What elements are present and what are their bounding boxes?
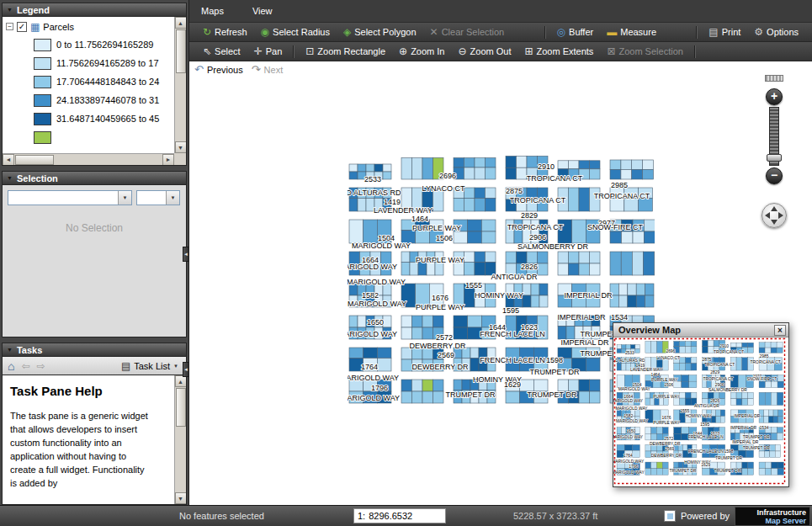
scrollbar-thumb[interactable] xyxy=(176,388,186,427)
parcel[interactable] xyxy=(643,170,654,180)
parcel[interactable] xyxy=(481,231,496,243)
parcel[interactable] xyxy=(401,359,412,371)
parcel[interactable] xyxy=(422,391,433,403)
parcel[interactable] xyxy=(433,391,444,403)
parcel[interactable] xyxy=(475,252,486,263)
parcel[interactable] xyxy=(579,188,590,211)
zoom-extents-button[interactable]: ⊞Zoom Extents xyxy=(517,45,600,58)
parcel[interactable] xyxy=(377,359,391,371)
parcel[interactable] xyxy=(454,199,464,211)
parcel[interactable] xyxy=(644,220,655,231)
arrow-up-icon[interactable]: ▲ xyxy=(175,375,187,387)
parcel[interactable] xyxy=(412,380,423,391)
parcel[interactable] xyxy=(539,295,548,307)
parcel[interactable] xyxy=(464,199,475,211)
taskpane-collapse-handle[interactable]: ◄ xyxy=(183,362,189,377)
parcel[interactable] xyxy=(454,231,468,243)
parcel[interactable] xyxy=(422,380,433,391)
arrow-down-icon[interactable]: ▼ xyxy=(175,141,187,153)
parcel[interactable] xyxy=(643,160,654,170)
selection-page-select[interactable]: ▼ xyxy=(136,190,180,205)
parcel[interactable] xyxy=(364,220,378,243)
parcel[interactable] xyxy=(358,199,366,211)
parcel[interactable] xyxy=(433,316,444,327)
parcel[interactable] xyxy=(558,161,569,169)
parcel[interactable] xyxy=(622,231,634,243)
parcel[interactable] xyxy=(579,263,590,275)
zoom-out-button[interactable]: ⊖Zoom Out xyxy=(451,45,517,58)
parcel[interactable] xyxy=(475,199,486,211)
home-icon[interactable]: ⌂ xyxy=(8,360,14,372)
buffer-button[interactable]: ◎Buffer xyxy=(550,25,601,39)
forward-icon[interactable]: ⇨ xyxy=(37,361,45,371)
parcel[interactable] xyxy=(569,252,580,263)
scale-input[interactable] xyxy=(369,511,436,521)
parcel[interactable] xyxy=(633,231,645,243)
parcel[interactable] xyxy=(470,348,479,359)
parcel[interactable] xyxy=(506,167,517,179)
overview-map-titlebar[interactable]: Overview Map × xyxy=(613,323,788,337)
pan-button[interactable]: ✛Pan xyxy=(247,45,289,58)
parcel[interactable] xyxy=(475,188,486,199)
parcel[interactable] xyxy=(645,284,654,295)
options-button[interactable]: ⚙Options xyxy=(747,25,805,39)
parcel[interactable] xyxy=(349,164,358,172)
parcel[interactable] xyxy=(464,252,475,263)
parcel[interactable] xyxy=(632,170,643,180)
parcel[interactable] xyxy=(517,156,528,167)
parcel[interactable] xyxy=(349,316,358,327)
parcel[interactable] xyxy=(569,380,580,391)
parcel[interactable] xyxy=(558,380,569,391)
parcel[interactable] xyxy=(506,252,517,263)
previous-view-button[interactable]: ↶Previous xyxy=(194,64,243,75)
parcel[interactable] xyxy=(628,284,636,295)
parcel[interactable] xyxy=(523,295,531,307)
parcel[interactable] xyxy=(628,295,636,307)
parcel[interactable] xyxy=(590,169,601,179)
menu-view[interactable]: View xyxy=(247,2,278,20)
parcel[interactable] xyxy=(506,156,517,167)
parcel[interactable] xyxy=(486,158,496,168)
pan-compass-control[interactable] xyxy=(762,203,787,228)
next-view-button[interactable]: ↷Next xyxy=(252,64,284,75)
arrow-down-icon[interactable]: ▼ xyxy=(175,492,187,504)
parcel[interactable] xyxy=(531,284,539,295)
map-viewport[interactable]: ↶Previous↷Next 291025332696TROPICANA CTL… xyxy=(189,61,812,505)
selection-layer-select[interactable]: ▼ xyxy=(8,190,132,205)
parcel[interactable] xyxy=(422,157,433,179)
parcel[interactable] xyxy=(412,157,423,179)
parcel[interactable] xyxy=(632,252,643,275)
parcel[interactable] xyxy=(590,380,601,391)
parcel[interactable] xyxy=(377,348,391,359)
parcel[interactable] xyxy=(366,164,374,172)
parcel[interactable] xyxy=(610,170,621,180)
parcel[interactable] xyxy=(520,380,534,391)
parcel[interactable] xyxy=(401,263,410,275)
arrow-right-icon[interactable]: ► xyxy=(162,154,174,166)
parcel[interactable] xyxy=(464,263,475,275)
parcel[interactable] xyxy=(470,359,479,371)
parcel[interactable] xyxy=(610,252,621,275)
parcel[interactable] xyxy=(645,295,654,307)
parcel[interactable] xyxy=(586,359,600,371)
parcel[interactable] xyxy=(464,188,475,199)
clear-selection-button[interactable]: ✕Clear Selection xyxy=(423,25,512,39)
zoom-rectangle-button[interactable]: ⊡Zoom Rectangle xyxy=(299,45,392,58)
parcel[interactable] xyxy=(422,316,433,327)
parcel[interactable] xyxy=(531,295,539,307)
parcel[interactable] xyxy=(401,157,412,179)
parcel[interactable] xyxy=(644,252,655,275)
parcel[interactable] xyxy=(454,316,468,327)
parcel[interactable] xyxy=(358,316,366,327)
scrollbar-thumb[interactable] xyxy=(15,155,54,165)
parcel[interactable] xyxy=(558,263,569,275)
select-radius-button[interactable]: ◉Select Radius xyxy=(254,25,337,39)
parcel[interactable] xyxy=(618,295,627,307)
parcel[interactable] xyxy=(538,252,549,263)
parcel[interactable] xyxy=(579,252,590,263)
task-vertical-scrollbar[interactable]: ▲ ▼ xyxy=(174,375,186,504)
parcel[interactable] xyxy=(475,263,486,275)
parcel[interactable] xyxy=(349,348,364,359)
select-polygon-button[interactable]: ◈Select Polygon xyxy=(337,25,423,39)
parcel[interactable] xyxy=(610,231,622,243)
